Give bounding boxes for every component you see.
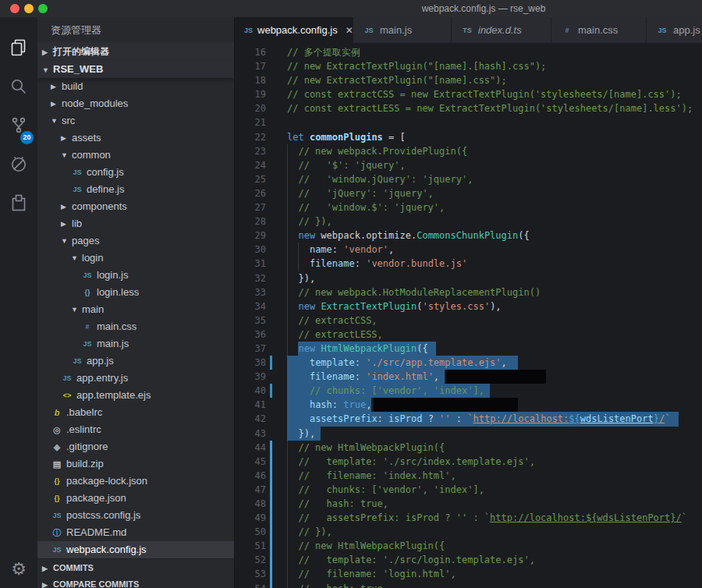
- code-line-29[interactable]: 29 new webpack.optimize.CommonsChunkPlug…: [235, 228, 702, 243]
- tree-item-login.js[interactable]: JSlogin.js: [37, 267, 234, 284]
- tab-webpack.config.js[interactable]: JSwebpack.config.js✕: [235, 17, 353, 43]
- activity-debug-button[interactable]: [0, 147, 37, 186]
- code-line-33[interactable]: 33 // new webpack.HotModuleReplacementPl…: [235, 285, 702, 299]
- code-line-20[interactable]: 20// const extractLESS = new ExtractText…: [235, 101, 702, 115]
- code-line-44[interactable]: 44 // new HtmlWebpackPlugin({: [235, 441, 702, 455]
- code-line-46[interactable]: 46 // filename: 'index.html',: [235, 469, 702, 483]
- tree-item-main.js[interactable]: JSmain.js: [37, 335, 234, 352]
- tree-item-.babelrc[interactable]: b.babelrc: [37, 404, 234, 421]
- activity-extensions-button[interactable]: [0, 186, 37, 225]
- code-line-51[interactable]: 51 // new HtmlWebpackPlugin({: [235, 539, 702, 553]
- commits-section[interactable]: ▶COMMITS: [37, 558, 234, 576]
- code-line-25[interactable]: 25 // 'window.jQuery': 'jquery',: [235, 172, 702, 186]
- code-line-26[interactable]: 26 // 'jQuery': 'jquery',: [235, 186, 702, 200]
- tree-item-config.js[interactable]: JSconfig.js: [37, 164, 234, 181]
- code-line-54[interactable]: 54 // hash: true,: [235, 582, 702, 588]
- code-text: // 多个提取实例: [287, 47, 360, 58]
- code-text: new ExtractTextPlugin('styles.css'),: [287, 301, 502, 312]
- code-text: hash: true,: [287, 399, 371, 410]
- code-line-50[interactable]: 50 // }),: [235, 525, 702, 539]
- zoom-window-button[interactable]: [38, 4, 48, 13]
- code-line-47[interactable]: 47 // chunks: ['vendor', 'index'],: [235, 483, 702, 497]
- tree-item-build.zip[interactable]: ▤build.zip: [37, 455, 234, 473]
- tree-item-app.entry.js[interactable]: JSapp.entry.js: [37, 370, 234, 387]
- tree-item-webpack.config.js[interactable]: JSwebpack.config.js: [37, 541, 234, 558]
- tree-item-login.less[interactable]: {}login.less: [37, 284, 234, 301]
- code-line-49[interactable]: 49 // assetsPrefix: isProd ? '' : `http:…: [235, 511, 702, 525]
- minimize-window-button[interactable]: [24, 4, 34, 13]
- tree-item-login[interactable]: ▼login: [37, 250, 234, 267]
- code-line-39[interactable]: 39 filename: 'index.html',: [235, 370, 702, 384]
- code-area[interactable]: 16// 多个提取实例17// new ExtractTextPlugin("[…: [235, 43, 702, 588]
- code-line-38[interactable]: 38 template: './src/app.template.ejs',: [235, 356, 702, 370]
- code-line-52[interactable]: 52 // template: './src/login.template.ej…: [235, 553, 702, 567]
- open-editors-section[interactable]: ▶打开的编辑器: [37, 42, 234, 61]
- code-line-21[interactable]: 21: [235, 115, 702, 129]
- tab-app.js[interactable]: JSapp.js: [647, 17, 702, 43]
- line-number: 52: [235, 553, 266, 567]
- code-line-30[interactable]: 30 name: 'vendor',: [235, 243, 702, 257]
- tree-item-common[interactable]: ▼common: [37, 147, 234, 164]
- line-number: 41: [235, 398, 266, 412]
- tree-item-README.md[interactable]: ⓘREADME.md: [37, 524, 234, 541]
- json-file-icon: {}: [51, 490, 63, 507]
- code-line-35[interactable]: 35 // extractCSS,: [235, 313, 702, 328]
- tree-item-node_modules[interactable]: ▶node_modules: [37, 95, 234, 112]
- line-number: 43: [235, 427, 266, 441]
- code-line-24[interactable]: 24 // '$': 'jquery',: [235, 158, 702, 172]
- tree-item-main[interactable]: ▼main: [37, 301, 234, 318]
- activity-explorer-button[interactable]: [0, 30, 37, 69]
- tree-item-package-lock.json[interactable]: {}package-lock.json: [37, 473, 234, 490]
- tree-item-components[interactable]: ▶components: [37, 198, 234, 215]
- close-window-button[interactable]: [10, 4, 20, 13]
- root-folder-rse-web[interactable]: ▼RSE_WEB: [37, 61, 234, 78]
- line-content: // 多个提取实例: [287, 45, 702, 59]
- code-line-19[interactable]: 19// const extractCSS = new ExtractTextP…: [235, 87, 702, 101]
- code-line-27[interactable]: 27 // 'window.$': 'jquery',: [235, 200, 702, 214]
- tree-item-app.js[interactable]: JSapp.js: [37, 352, 234, 370]
- code-line-22[interactable]: 22let commonPlugins = [: [235, 130, 702, 144]
- code-line-23[interactable]: 23 // new webpack.ProvidePlugin({: [235, 144, 702, 158]
- code-line-31[interactable]: 31 filename: 'vendor.bundle.js': [235, 257, 702, 271]
- tab-index.d.ts[interactable]: TSindex.d.ts: [452, 17, 551, 43]
- tree-item-package.json[interactable]: {}package.json: [37, 490, 234, 507]
- tree-item-postcss.config.js[interactable]: JSpostcss.config.js: [37, 507, 234, 524]
- tree-item-assets[interactable]: ▶assets: [37, 129, 234, 147]
- line-number: 46: [235, 469, 266, 483]
- search-icon: [9, 76, 29, 100]
- tree-item-app.template.ejs[interactable]: <>app.template.ejs: [37, 387, 234, 404]
- settings-button[interactable]: ⚙: [0, 555, 37, 583]
- close-icon[interactable]: ✕: [346, 25, 353, 36]
- tree-item-define.js[interactable]: JSdefine.js: [37, 181, 234, 198]
- gutter-marker-zone: [266, 73, 287, 87]
- code-line-41[interactable]: 41 hash: true,: [235, 398, 702, 412]
- tree-item-pages[interactable]: ▼pages: [37, 232, 234, 250]
- tree-item-src[interactable]: ▼src: [37, 112, 234, 129]
- code-line-53[interactable]: 53 // filename: 'login.html',: [235, 567, 702, 581]
- tree-item-main.css[interactable]: #main.css: [37, 318, 234, 335]
- tree-item-build[interactable]: ▶build: [37, 78, 234, 95]
- code-line-17[interactable]: 17// new ExtractTextPlugin("[name].[hash…: [235, 59, 702, 73]
- tab-main.js[interactable]: JSmain.js: [353, 17, 452, 43]
- activity-search-button[interactable]: [0, 69, 37, 108]
- code-line-36[interactable]: 36 // extractLESS,: [235, 328, 702, 342]
- tree-item-label: package-lock.json: [66, 473, 147, 490]
- gutter-marker-zone: [266, 483, 287, 497]
- code-line-42[interactable]: 42 assetsPrefix: isProd ? '' : `http://l…: [235, 412, 702, 426]
- tab-main.css[interactable]: #main.css: [551, 17, 647, 43]
- code-line-32[interactable]: 32 }),: [235, 271, 702, 285]
- tree-item-lib[interactable]: ▶lib: [37, 215, 234, 232]
- code-line-37[interactable]: 37 new HtmlWebpackPlugin({: [235, 342, 702, 356]
- code-line-45[interactable]: 45 // template: './src/index.template.ej…: [235, 455, 702, 469]
- code-line-43[interactable]: 43 }),: [235, 427, 702, 441]
- code-line-16[interactable]: 16// 多个提取实例: [235, 45, 702, 59]
- code-line-34[interactable]: 34 new ExtractTextPlugin('styles.css'),: [235, 299, 702, 313]
- code-line-40[interactable]: 40 // chunks: ['vendor', 'index'],: [235, 384, 702, 398]
- code-line-28[interactable]: 28 // }),: [235, 214, 702, 228]
- code-line-18[interactable]: 18// new ExtractTextPlugin("[name].css")…: [235, 73, 702, 87]
- code-line-48[interactable]: 48 // hash: true,: [235, 497, 702, 511]
- tree-item-.eslintrc[interactable]: ◎.eslintrc: [37, 421, 234, 438]
- compare-commits-section[interactable]: ▶COMPARE COMMITS: [37, 576, 234, 588]
- tree-item-.gitignore[interactable]: ◈.gitignore: [37, 438, 234, 455]
- activity-source-control-button[interactable]: 20: [0, 108, 37, 147]
